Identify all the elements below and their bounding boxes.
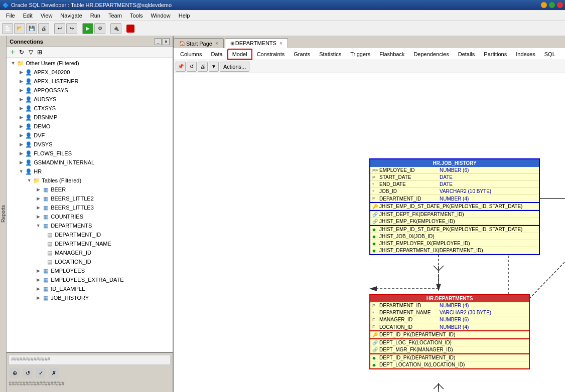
print-button[interactable]: 🖨 <box>38 23 49 34</box>
minimize-button[interactable] <box>541 2 547 8</box>
subtab-details[interactable]: Details <box>454 49 480 59</box>
subtab-indexes[interactable]: Indexes <box>511 49 540 59</box>
menu-window[interactable]: Window <box>147 12 175 20</box>
menu-help[interactable]: Help <box>175 12 194 20</box>
tree-item-gsmadmin[interactable]: ▶ 👤 GSMADMIN_INTERNAL <box>8 158 172 167</box>
tree-arrow-employees[interactable]: ▶ <box>35 267 42 274</box>
tree-item-dvsys[interactable]: ▶ 👤 DVSYS <box>8 140 172 149</box>
tree-arrow-countries[interactable]: ▶ <box>35 213 42 220</box>
tree-item-location-id-col[interactable]: ▤ LOCATION_ID <box>8 257 172 266</box>
tree-arrow-flows-files[interactable]: ▶ <box>18 150 25 157</box>
subtab-triggers[interactable]: Triggers <box>346 49 375 59</box>
tree-item-beers-little3[interactable]: ▶ ▦ BEERS_LITTLE3 <box>8 203 172 212</box>
redo-button[interactable]: ↪ <box>66 23 77 34</box>
subtab-model[interactable]: Model <box>227 49 252 60</box>
tree-arrow-audsys[interactable]: ▶ <box>18 96 25 103</box>
reports-sidebar-tab[interactable]: Reports <box>0 36 7 392</box>
subtab-grants[interactable]: Grants <box>289 49 315 59</box>
print-erd-button[interactable]: 🖨 <box>198 62 208 72</box>
tree-arrow-job-history[interactable]: ▶ <box>35 294 42 301</box>
stop-button[interactable] <box>126 25 134 33</box>
tree-item-countries[interactable]: ▶ ▦ COUNTRIES <box>8 212 172 221</box>
tab-departments-close[interactable]: × <box>279 41 282 46</box>
tree-arrow-dvf[interactable]: ▶ <box>18 132 25 139</box>
menu-file[interactable]: File <box>2 12 19 20</box>
tree-item-dvf[interactable]: ▶ 👤 DVF <box>8 131 172 140</box>
tree-item-demo[interactable]: ▶ 👤 DEMO <box>8 122 172 131</box>
menu-navigate[interactable]: Navigate <box>56 12 86 20</box>
tree-arrow-tables[interactable]: ▼ <box>26 177 33 184</box>
add-connection-icon[interactable]: + <box>9 48 17 56</box>
tree-item-apex-listener[interactable]: ▶ 👤 APEX_LISTENER <box>8 77 172 86</box>
tree-arrow-beers-little2[interactable]: ▶ <box>35 195 42 202</box>
tree-item-manager-id-col[interactable]: ▤ MANAGER_ID <box>8 248 172 257</box>
tree-arrow-hr[interactable]: ▼ <box>18 168 25 175</box>
save-button[interactable]: 💾 <box>26 23 37 34</box>
tree-arrow-appqossys[interactable]: ▶ <box>18 87 25 94</box>
tree-arrow-id-example[interactable]: ▶ <box>35 285 42 292</box>
tree-arrow-beer[interactable]: ▶ <box>35 186 42 193</box>
tree-item-dbsnmp[interactable]: ▶ 👤 DBSNMP <box>8 113 172 122</box>
connections-minimize[interactable]: _ <box>155 38 162 45</box>
erd-canvas[interactable]: HR.JOB_HISTORY PF EMPLOYEE_ID NUMBER (6)… <box>174 73 565 392</box>
refresh-erd-button[interactable]: ↺ <box>187 62 197 72</box>
connect-button[interactable]: 🔌 <box>110 23 121 34</box>
tree-arrow-gsmadmin[interactable]: ▶ <box>18 159 25 166</box>
tree-item-flows-files[interactable]: ▶ 👤 FLOWS_FILES <box>8 149 172 158</box>
tree-item-job-history[interactable]: ▶ ▦ JOB_HISTORY <box>8 293 172 302</box>
tree-item-departments[interactable]: ▼ ▦ DEPARTMENTS <box>8 221 172 230</box>
bottom-icon-1[interactable]: ⊕ <box>10 368 20 378</box>
tree-item-employees-extra-date[interactable]: ▶ ▦ EMPLOYEES_EXTRA_DATE <box>8 275 172 284</box>
debug-button[interactable]: ⚙ <box>94 23 105 34</box>
subtab-statistics[interactable]: Statistics <box>315 49 346 59</box>
tree-arrow-apex040200[interactable]: ▶ <box>18 69 25 76</box>
subtab-sql[interactable]: SQL <box>540 49 560 59</box>
tree-item-employees[interactable]: ▶ ▦ EMPLOYEES <box>8 266 172 275</box>
actions-button[interactable]: Actions... <box>220 62 249 72</box>
tree-item-audsys[interactable]: ▶ 👤 AUDSYS <box>8 95 172 104</box>
tree-item-tables-filtered[interactable]: ▼ 📁 Tables (Filtered) <box>8 176 172 185</box>
maximize-button[interactable] <box>549 2 555 8</box>
new-button[interactable]: 📄 <box>2 23 13 34</box>
tab-departments[interactable]: ⊞ DEPARTMENTS × <box>225 38 288 48</box>
bottom-icon-2[interactable]: ↺ <box>23 368 33 378</box>
refresh-icon[interactable]: ↻ <box>18 48 26 56</box>
tree-arrow-ctxsys[interactable]: ▶ <box>18 105 25 112</box>
tree-item-hr[interactable]: ▼ 👤 HR <box>8 167 172 176</box>
bottom-icon-3[interactable]: ✓ <box>36 368 46 378</box>
menu-edit[interactable]: Edit <box>19 12 37 20</box>
tab-start-page[interactable]: 🏠 Start Page × <box>174 38 224 48</box>
pin-button[interactable]: 📌 <box>176 62 186 72</box>
subtab-data[interactable]: Data <box>206 49 227 59</box>
tree-arrow-other-users[interactable]: ▼ <box>10 60 17 67</box>
tree-arrow-demo[interactable]: ▶ <box>18 123 25 130</box>
erd-table-departments[interactable]: HR.DEPARTMENTS P DEPARTMENT_ID NUMBER (4… <box>369 294 530 369</box>
schema-icon[interactable]: ⊞ <box>36 48 44 56</box>
tree-other-users[interactable]: ▼ 📁 Other Users (Filtered) <box>8 59 172 68</box>
subtab-columns[interactable]: Columns <box>176 49 206 59</box>
tree-item-appqossys[interactable]: ▶ 👤 APPQOSSYS <box>8 86 172 95</box>
tree-item-apex040200[interactable]: ▶ 👤 APEX_040200 <box>8 68 172 77</box>
menu-run[interactable]: Run <box>86 12 104 20</box>
menu-tools[interactable]: Tools <box>126 12 147 20</box>
subtab-dependencies[interactable]: Dependencies <box>409 49 453 59</box>
tree-arrow-apex-listener[interactable]: ▶ <box>18 78 25 85</box>
tree-arrow-employees-extra-date[interactable]: ▶ <box>35 276 42 283</box>
tree-item-beers-little2[interactable]: ▶ ▦ BEERS_LITTLE2 <box>8 194 172 203</box>
tree-arrow-dvsys[interactable]: ▶ <box>18 141 25 148</box>
open-button[interactable]: 📂 <box>14 23 25 34</box>
bottom-icon-4[interactable]: ✗ <box>49 368 59 378</box>
connections-close[interactable]: × <box>163 38 170 45</box>
dropdown-button[interactable]: ▼ <box>209 62 219 72</box>
filter-icon[interactable]: ▽ <box>27 48 35 56</box>
tree-arrow-departments[interactable]: ▼ <box>35 222 42 229</box>
tree-item-department-id-col[interactable]: ▤ DEPARTMENT_ID <box>8 230 172 239</box>
subtab-partitions[interactable]: Partitions <box>479 49 511 59</box>
tree-item-ctxsys[interactable]: ▶ 👤 CTXSYS <box>8 104 172 113</box>
menu-team[interactable]: Team <box>104 12 126 20</box>
close-button[interactable] <box>557 2 563 8</box>
tree-item-beer[interactable]: ▶ ▦ BEER <box>8 185 172 194</box>
subtab-constraints[interactable]: Constraints <box>252 49 290 59</box>
tree-arrow-dbsnmp[interactable]: ▶ <box>18 114 25 121</box>
tab-start-page-close[interactable]: × <box>215 41 218 46</box>
